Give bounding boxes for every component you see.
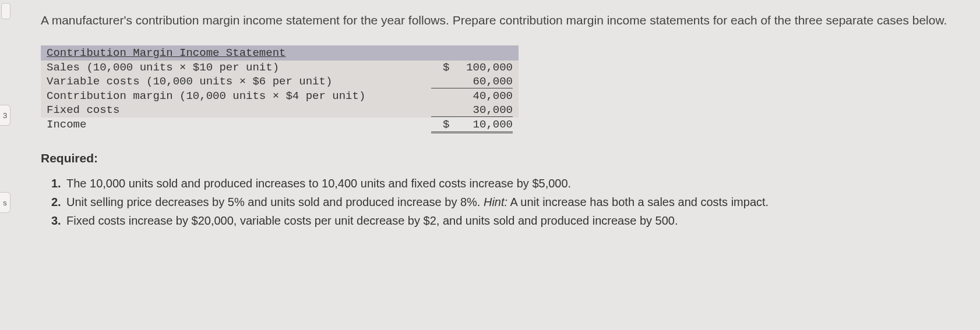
row-sales-value: 100,000	[431, 61, 513, 74]
side-tab-2-label: s	[3, 198, 7, 207]
req2-hint-label: Hint:	[484, 196, 507, 208]
side-tab-2[interactable]: s	[0, 192, 10, 213]
row-variable-label: Variable costs (10,000 units × $6 per un…	[47, 75, 431, 88]
row-contribution-margin: Contribution margin (10,000 units × $4 p…	[41, 89, 519, 103]
side-tab-1[interactable]: 3	[0, 105, 10, 126]
required-item-2-num: 2.	[51, 193, 66, 211]
required-item-3: 3. Fixed costs increase by $20,000, vari…	[51, 212, 957, 229]
required-item-1-text: The 10,000 units sold and produced incre…	[66, 175, 957, 192]
row-income: Income 10,000	[41, 118, 519, 134]
row-sales: Sales (10,000 units × $10 per unit) 100,…	[41, 61, 519, 74]
row-fixed-value: 30,000	[431, 104, 513, 117]
row-income-value: 10,000	[431, 118, 513, 133]
required-item-2: 2. Unit selling price decreases by 5% an…	[51, 193, 957, 211]
required-list: 1. The 10,000 units sold and produced in…	[41, 175, 957, 229]
row-sales-label: Sales (10,000 units × $10 per unit)	[47, 61, 431, 74]
required-item-3-text: Fixed costs increase by $20,000, variabl…	[66, 212, 957, 229]
required-item-2-text: Unit selling price decreases by 5% and u…	[66, 193, 957, 211]
req2-before: Unit selling price decreases by 5% and u…	[66, 196, 484, 208]
required-item-3-num: 3.	[51, 212, 66, 229]
row-income-label: Income	[47, 118, 431, 133]
row-fixed-label: Fixed costs	[47, 104, 431, 117]
statement-title: Contribution Margin Income Statement	[41, 45, 519, 61]
req2-after: A unit increase has both a sales and cos…	[507, 196, 769, 208]
side-tab-top	[1, 3, 10, 19]
required-item-1-num: 1.	[51, 175, 66, 192]
row-contribution-value: 40,000	[431, 90, 513, 102]
required-item-1: 1. The 10,000 units sold and produced in…	[51, 175, 957, 192]
income-statement: Contribution Margin Income Statement Sal…	[41, 45, 519, 134]
row-fixed-costs: Fixed costs 30,000	[41, 103, 519, 118]
intro-text: A manufacturer's contribution margin inc…	[41, 12, 957, 29]
side-tab-1-label: 3	[3, 111, 7, 120]
required-heading: Required:	[41, 151, 957, 165]
row-variable-costs: Variable costs (10,000 units × $6 per un…	[41, 74, 519, 89]
main-content: A manufacturer's contribution margin inc…	[41, 12, 957, 229]
row-variable-value: 60,000	[431, 75, 513, 88]
row-contribution-label: Contribution margin (10,000 units × $4 p…	[47, 90, 431, 102]
